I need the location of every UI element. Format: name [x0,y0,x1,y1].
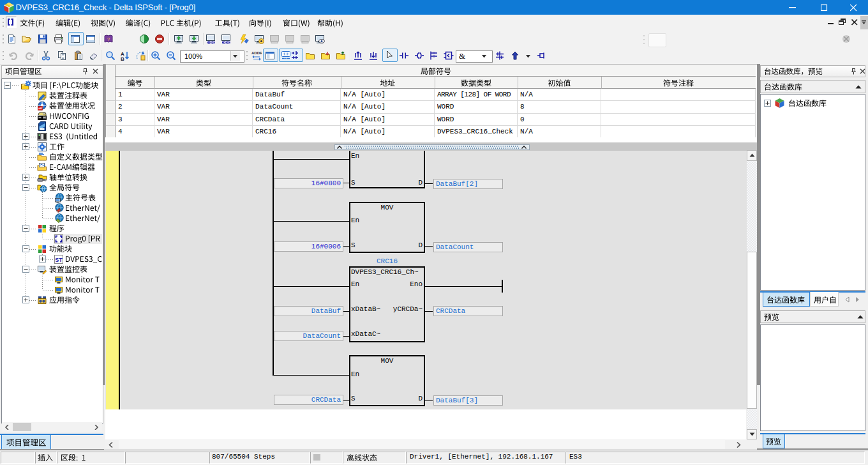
svg-text:ST: ST [55,256,63,263]
svg-text:?: ? [107,36,110,42]
svg-text:ADDR: ADDR [251,51,262,55]
svg-text:B: B [121,56,124,61]
